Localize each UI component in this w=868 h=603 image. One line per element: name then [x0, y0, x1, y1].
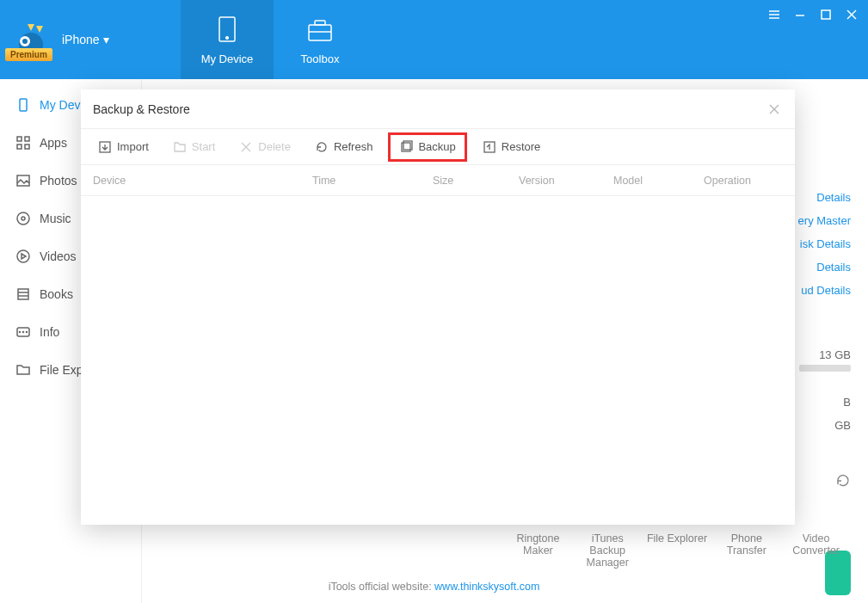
music-icon — [15, 211, 31, 226]
svg-point-28 — [20, 332, 21, 333]
import-icon — [98, 140, 112, 154]
bottom-tools: Ringtone Maker iTunes Backup Manager Fil… — [503, 532, 851, 569]
tool-itunes-backup-manager[interactable]: iTunes Backup Manager — [573, 532, 643, 569]
sidebar-item-label: Info — [40, 325, 59, 339]
svg-rect-15 — [20, 99, 27, 111]
import-label: Import — [117, 140, 149, 153]
svg-point-30 — [27, 332, 28, 333]
maximize-button[interactable] — [816, 5, 835, 24]
svg-rect-19 — [25, 145, 29, 149]
col-version: Version — [507, 175, 601, 187]
premium-badge: Premium — [5, 48, 52, 61]
svg-point-22 — [22, 217, 25, 220]
nav-tabs: My Device Toolbox — [181, 0, 366, 79]
col-model: Model — [601, 175, 692, 187]
backup-restore-dialog: Backup & Restore Import Start Delete Ref… — [81, 89, 795, 525]
delete-button: Delete — [231, 135, 299, 159]
backup-label: Backup — [418, 140, 455, 153]
sidebar-item-label: Photos — [40, 174, 77, 188]
svg-point-21 — [17, 212, 29, 225]
info-icon — [15, 324, 31, 340]
tool-ringtone-maker[interactable]: Ringtone Maker — [503, 532, 573, 569]
svg-point-23 — [17, 250, 29, 262]
window-controls — [765, 5, 861, 24]
backup-button[interactable]: Backup — [388, 132, 466, 162]
tool-file-explorer[interactable]: File Explorer — [643, 532, 712, 569]
svg-point-2 — [22, 39, 28, 44]
footer: iTools official website: www.thinkskysof… — [0, 581, 868, 593]
apps-icon — [15, 135, 31, 151]
svg-rect-24 — [18, 289, 28, 299]
sidebar-item-label: Apps — [40, 136, 67, 150]
refresh-button[interactable]: Refresh — [306, 135, 382, 159]
dialog-close-button[interactable] — [766, 101, 783, 118]
sidebar-item-label: Videos — [40, 249, 77, 263]
footer-link[interactable]: www.thinkskysoft.com — [434, 581, 539, 593]
tab-my-device[interactable]: My Device — [181, 0, 274, 79]
sidebar-item-label: Books — [40, 287, 73, 301]
videos-icon — [15, 249, 31, 264]
close-button[interactable] — [842, 5, 861, 24]
import-button[interactable]: Import — [89, 135, 157, 159]
brand-area: Premium iPhone ▾ — [0, 0, 181, 79]
delete-label: Delete — [258, 140, 291, 153]
tab-label: Toolbox — [301, 52, 340, 65]
col-time: Time — [300, 175, 421, 187]
minimize-button[interactable] — [791, 5, 810, 24]
restore-button[interactable]: Restore — [474, 135, 550, 159]
footer-text: iTools official website: — [329, 581, 434, 593]
books-icon — [15, 286, 31, 302]
start-button: Start — [164, 135, 224, 159]
svg-rect-12 — [822, 10, 830, 19]
device-icon — [15, 97, 31, 113]
backup-icon — [399, 140, 413, 154]
svg-rect-17 — [25, 137, 29, 141]
refresh-label: Refresh — [334, 140, 373, 153]
tab-toolbox[interactable]: Toolbox — [274, 0, 366, 79]
dialog-header: Backup & Restore — [81, 89, 795, 129]
svg-rect-6 — [315, 21, 325, 25]
storage-bar — [799, 365, 851, 372]
refresh-storage-button[interactable] — [835, 473, 851, 491]
col-device: Device — [81, 175, 300, 187]
menu-button[interactable] — [765, 5, 784, 24]
device-label: iPhone — [62, 33, 100, 46]
svg-rect-16 — [17, 137, 22, 141]
tool-video-converter[interactable]: Video Converter — [781, 532, 851, 569]
folder-icon — [15, 362, 31, 378]
col-operation: Operation — [692, 175, 795, 187]
chevron-down-icon: ▾ — [103, 33, 109, 46]
app-header: Premium iPhone ▾ My Device — [0, 0, 868, 79]
tool-phone-transfer[interactable]: Phone Transfer — [711, 532, 781, 569]
restore-label: Restore — [502, 140, 541, 153]
svg-point-4 — [226, 36, 229, 39]
refresh-icon — [315, 140, 329, 154]
svg-rect-18 — [17, 145, 22, 149]
tab-label: My Device — [201, 52, 254, 65]
tablet-icon — [209, 15, 245, 46]
device-selector[interactable]: iPhone ▾ — [62, 33, 109, 46]
delete-icon — [239, 140, 253, 154]
photos-icon — [15, 173, 31, 188]
toolbox-icon — [302, 15, 338, 46]
start-label: Start — [192, 140, 215, 153]
table-header: Device Time Size Version Model Operation — [81, 165, 795, 196]
sidebar-item-label: Music — [40, 212, 71, 225]
svg-rect-5 — [309, 25, 331, 40]
col-size: Size — [421, 175, 507, 187]
dialog-title: Backup & Restore — [93, 102, 190, 116]
folder-icon — [173, 140, 187, 154]
svg-point-29 — [23, 332, 24, 333]
restore-icon — [483, 140, 496, 154]
dialog-toolbar: Import Start Delete Refresh Backup Resto… — [81, 129, 795, 165]
